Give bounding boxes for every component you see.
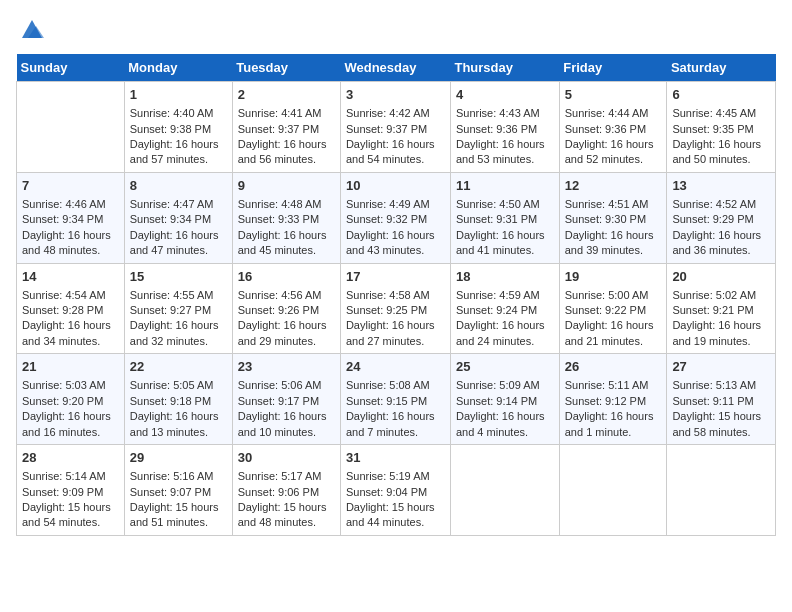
day-number: 6 <box>672 86 770 104</box>
day-number: 17 <box>346 268 445 286</box>
calendar-cell <box>450 445 559 536</box>
day-info: and 44 minutes. <box>346 515 445 530</box>
day-number: 12 <box>565 177 662 195</box>
day-number: 10 <box>346 177 445 195</box>
day-info: Sunset: 9:32 PM <box>346 212 445 227</box>
day-info: Daylight: 16 hours <box>456 409 554 424</box>
day-info: Sunrise: 4:47 AM <box>130 197 227 212</box>
day-info: and 54 minutes. <box>346 152 445 167</box>
day-info: Sunrise: 4:44 AM <box>565 106 662 121</box>
day-info: Sunrise: 5:16 AM <box>130 469 227 484</box>
day-info: Daylight: 15 hours <box>346 500 445 515</box>
day-number: 15 <box>130 268 227 286</box>
day-info: Daylight: 16 hours <box>238 228 335 243</box>
day-info: and 27 minutes. <box>346 334 445 349</box>
day-info: Sunrise: 4:46 AM <box>22 197 119 212</box>
calendar-header-row: SundayMondayTuesdayWednesdayThursdayFrid… <box>17 54 776 82</box>
day-info: Sunrise: 4:45 AM <box>672 106 770 121</box>
logo-icon <box>18 16 46 44</box>
day-info: Daylight: 16 hours <box>346 137 445 152</box>
calendar-cell: 2Sunrise: 4:41 AMSunset: 9:37 PMDaylight… <box>232 82 340 173</box>
calendar-cell: 25Sunrise: 5:09 AMSunset: 9:14 PMDayligh… <box>450 354 559 445</box>
day-info: Sunset: 9:33 PM <box>238 212 335 227</box>
calendar-cell: 4Sunrise: 4:43 AMSunset: 9:36 PMDaylight… <box>450 82 559 173</box>
day-number: 21 <box>22 358 119 376</box>
day-info: Daylight: 16 hours <box>22 409 119 424</box>
day-info: and 57 minutes. <box>130 152 227 167</box>
day-info: Daylight: 15 hours <box>672 409 770 424</box>
day-number: 11 <box>456 177 554 195</box>
calendar-cell: 28Sunrise: 5:14 AMSunset: 9:09 PMDayligh… <box>17 445 125 536</box>
day-info: Sunrise: 4:54 AM <box>22 288 119 303</box>
day-info: Sunrise: 5:19 AM <box>346 469 445 484</box>
day-info: Sunset: 9:37 PM <box>346 122 445 137</box>
day-number: 27 <box>672 358 770 376</box>
day-number: 16 <box>238 268 335 286</box>
day-info: Sunrise: 4:48 AM <box>238 197 335 212</box>
day-number: 4 <box>456 86 554 104</box>
calendar-cell: 9Sunrise: 4:48 AMSunset: 9:33 PMDaylight… <box>232 172 340 263</box>
calendar-cell: 5Sunrise: 4:44 AMSunset: 9:36 PMDaylight… <box>559 82 667 173</box>
day-info: and 24 minutes. <box>456 334 554 349</box>
day-info: Sunset: 9:34 PM <box>22 212 119 227</box>
calendar-cell: 14Sunrise: 4:54 AMSunset: 9:28 PMDayligh… <box>17 263 125 354</box>
day-info: and 29 minutes. <box>238 334 335 349</box>
day-number: 20 <box>672 268 770 286</box>
day-info: Sunrise: 4:51 AM <box>565 197 662 212</box>
calendar-cell: 13Sunrise: 4:52 AMSunset: 9:29 PMDayligh… <box>667 172 776 263</box>
day-info: Sunrise: 5:09 AM <box>456 378 554 393</box>
day-number: 14 <box>22 268 119 286</box>
day-info: Daylight: 16 hours <box>672 137 770 152</box>
calendar-week-2: 7Sunrise: 4:46 AMSunset: 9:34 PMDaylight… <box>17 172 776 263</box>
day-info: Sunrise: 4:58 AM <box>346 288 445 303</box>
calendar-cell: 10Sunrise: 4:49 AMSunset: 9:32 PMDayligh… <box>340 172 450 263</box>
day-info: Sunrise: 4:59 AM <box>456 288 554 303</box>
calendar-cell: 3Sunrise: 4:42 AMSunset: 9:37 PMDaylight… <box>340 82 450 173</box>
day-info: Daylight: 16 hours <box>130 409 227 424</box>
day-number: 31 <box>346 449 445 467</box>
logo <box>16 16 46 46</box>
calendar-cell: 23Sunrise: 5:06 AMSunset: 9:17 PMDayligh… <box>232 354 340 445</box>
day-info: Daylight: 16 hours <box>238 137 335 152</box>
day-number: 29 <box>130 449 227 467</box>
day-info: and 21 minutes. <box>565 334 662 349</box>
day-info: Daylight: 16 hours <box>456 137 554 152</box>
day-info: and 41 minutes. <box>456 243 554 258</box>
calendar-cell: 19Sunrise: 5:00 AMSunset: 9:22 PMDayligh… <box>559 263 667 354</box>
day-info: Sunrise: 4:40 AM <box>130 106 227 121</box>
day-info: and 1 minute. <box>565 425 662 440</box>
day-info: Sunset: 9:18 PM <box>130 394 227 409</box>
day-number: 25 <box>456 358 554 376</box>
calendar-cell: 7Sunrise: 4:46 AMSunset: 9:34 PMDaylight… <box>17 172 125 263</box>
day-info: Sunset: 9:17 PM <box>238 394 335 409</box>
day-info: Daylight: 15 hours <box>22 500 119 515</box>
day-info: Sunrise: 4:50 AM <box>456 197 554 212</box>
day-info: and 48 minutes. <box>22 243 119 258</box>
day-info: Daylight: 16 hours <box>238 409 335 424</box>
day-number: 28 <box>22 449 119 467</box>
calendar-table: SundayMondayTuesdayWednesdayThursdayFrid… <box>16 54 776 536</box>
calendar-body: 1Sunrise: 4:40 AMSunset: 9:38 PMDaylight… <box>17 82 776 536</box>
day-info: Sunset: 9:09 PM <box>22 485 119 500</box>
day-info: Sunset: 9:36 PM <box>565 122 662 137</box>
day-info: and 16 minutes. <box>22 425 119 440</box>
day-info: Daylight: 16 hours <box>346 318 445 333</box>
day-number: 24 <box>346 358 445 376</box>
day-info: Sunset: 9:24 PM <box>456 303 554 318</box>
day-info: Sunset: 9:26 PM <box>238 303 335 318</box>
day-info: Daylight: 16 hours <box>22 318 119 333</box>
day-info: Sunrise: 5:14 AM <box>22 469 119 484</box>
calendar-cell: 26Sunrise: 5:11 AMSunset: 9:12 PMDayligh… <box>559 354 667 445</box>
day-number: 23 <box>238 358 335 376</box>
day-header-saturday: Saturday <box>667 54 776 82</box>
day-info: and 39 minutes. <box>565 243 662 258</box>
day-info: Sunrise: 5:05 AM <box>130 378 227 393</box>
calendar-week-1: 1Sunrise: 4:40 AMSunset: 9:38 PMDaylight… <box>17 82 776 173</box>
day-info: and 7 minutes. <box>346 425 445 440</box>
day-number: 2 <box>238 86 335 104</box>
page-header <box>16 16 776 46</box>
day-info: Sunrise: 4:43 AM <box>456 106 554 121</box>
day-number: 18 <box>456 268 554 286</box>
day-info: Sunrise: 4:49 AM <box>346 197 445 212</box>
calendar-cell: 24Sunrise: 5:08 AMSunset: 9:15 PMDayligh… <box>340 354 450 445</box>
